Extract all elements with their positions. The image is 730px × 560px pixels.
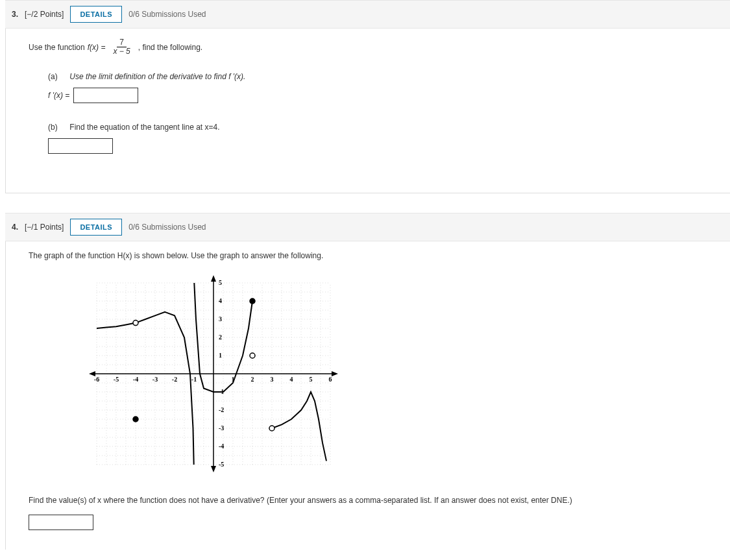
svg-text:2: 2	[251, 376, 254, 383]
fraction-denominator: x − 5	[110, 47, 132, 56]
question-3-body: Use the function f(x) = 7 x − 5 , find t…	[5, 29, 730, 193]
question-4-answer-input[interactable]	[29, 515, 93, 530]
svg-text:6: 6	[329, 376, 332, 383]
question-4-body: The graph of the function H(x) is shown …	[5, 241, 730, 550]
fraction-numerator: 7	[117, 38, 127, 47]
svg-marker-50	[211, 275, 216, 282]
question-4-prompt: The graph of the function H(x) is shown …	[29, 251, 720, 260]
part-a-answer-input[interactable]	[73, 88, 138, 103]
part-a-text: Use the limit definition of the derivati…	[69, 72, 245, 81]
svg-text:4: 4	[219, 297, 222, 304]
svg-text:3: 3	[219, 315, 222, 323]
svg-point-78	[269, 426, 274, 431]
svg-text:2: 2	[219, 334, 222, 341]
svg-point-76	[250, 298, 255, 304]
svg-text:-1: -1	[191, 376, 197, 383]
svg-text:-4: -4	[133, 376, 138, 383]
question-4-number: 4.	[12, 223, 18, 232]
question-3-prompt: Use the function f(x) = 7 x − 5 , find t…	[29, 38, 720, 56]
part-a-label: (a)	[48, 72, 67, 81]
part-b-answer-input[interactable]	[48, 138, 113, 154]
svg-point-75	[133, 417, 138, 422]
prompt-post: , find the following.	[138, 43, 202, 52]
fraction: 7 x − 5	[110, 38, 132, 56]
part-b-text: Find the equation of the tangent line at…	[69, 123, 219, 132]
question-3-details-button[interactable]: DETAILS	[70, 6, 122, 23]
svg-text:5: 5	[310, 376, 313, 383]
svg-point-74	[133, 321, 138, 326]
func-lhs: f(x) =	[88, 43, 106, 52]
question-4-followup: Find the value(s) of x where the functio…	[29, 496, 720, 505]
function-graph: -6-5-4-3-2-1123456-5-4-3-2-112345	[80, 267, 347, 481]
svg-marker-51	[211, 466, 216, 472]
question-3: 3. [−/2 Points] DETAILS 0/6 Submissions …	[5, 0, 730, 193]
question-4-details-button[interactable]: DETAILS	[70, 219, 122, 236]
svg-text:1: 1	[219, 352, 222, 359]
svg-text:-5: -5	[114, 376, 119, 383]
svg-text:-3: -3	[152, 376, 158, 383]
part-b-label: (b)	[48, 123, 67, 132]
svg-text:-2: -2	[219, 406, 224, 413]
svg-text:4: 4	[290, 376, 293, 383]
question-3-header: 3. [−/2 Points] DETAILS 0/6 Submissions …	[5, 0, 730, 29]
question-3-points: [−/2 Points]	[25, 10, 64, 19]
question-3-submissions: 0/6 Submissions Used	[128, 10, 206, 19]
svg-text:-3: -3	[219, 424, 224, 432]
prompt-pre: Use the function	[29, 43, 85, 52]
question-3-number: 3.	[12, 10, 18, 19]
part-a-answer-label: f '(x) =	[48, 91, 69, 100]
graph-container: -6-5-4-3-2-1123456-5-4-3-2-112345	[80, 267, 720, 483]
question-4-points: [−/1 Points]	[25, 223, 64, 232]
svg-text:5: 5	[219, 279, 222, 286]
svg-text:3: 3	[271, 376, 274, 383]
question-3-part-a: (a) Use the limit definition of the deri…	[48, 72, 720, 103]
svg-text:-2: -2	[172, 376, 177, 383]
question-4-header: 4. [−/1 Points] DETAILS 0/6 Submissions …	[5, 213, 730, 241]
svg-text:-4: -4	[219, 443, 224, 450]
svg-text:-6: -6	[94, 376, 99, 383]
svg-text:-5: -5	[219, 461, 224, 468]
question-4: 4. [−/1 Points] DETAILS 0/6 Submissions …	[5, 213, 730, 550]
svg-marker-48	[332, 371, 338, 376]
svg-point-77	[250, 353, 255, 358]
question-4-submissions: 0/6 Submissions Used	[128, 223, 206, 232]
question-3-part-b: (b) Find the equation of the tangent lin…	[48, 123, 720, 154]
